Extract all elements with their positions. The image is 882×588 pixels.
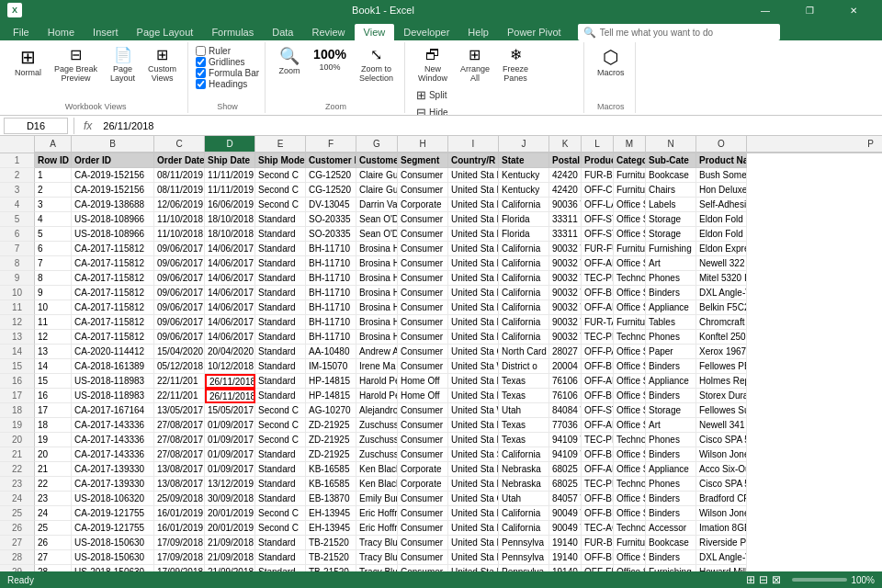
- cell-5-14[interactable]: Eldon Fold 'N Roll Cart System: [696, 212, 747, 227]
- cell-8-6[interactable]: Brosina H: [356, 256, 398, 271]
- cell-8-7[interactable]: Consumer: [398, 256, 448, 271]
- cell-6-6[interactable]: Sean O'D: [356, 227, 398, 242]
- col-header-J[interactable]: J: [499, 136, 549, 153]
- cell-22-3[interactable]: 01/09/2017: [205, 462, 255, 477]
- cell-24-5[interactable]: EB-13870: [306, 492, 356, 506]
- cell-4-9[interactable]: California: [499, 198, 549, 212]
- cell-9-7[interactable]: Consumer: [398, 271, 448, 286]
- page-layout-button[interactable]: 📄 PageLayout: [105, 46, 141, 85]
- cell-22-1[interactable]: CA-2017-139330: [72, 462, 154, 477]
- cell-12-5[interactable]: BH-11710: [306, 315, 356, 330]
- col-header-I[interactable]: I: [448, 136, 499, 153]
- cell-29-1[interactable]: US-2018-150630: [72, 565, 154, 571]
- cell-15-12[interactable]: Office Sup: [614, 359, 646, 374]
- cell-20-14[interactable]: Cisco SPA 501G IP Phone: [696, 433, 747, 447]
- cell-16-6[interactable]: Harold Pe: [356, 374, 398, 389]
- tab-insert[interactable]: Insert: [84, 24, 128, 40]
- header-cell-4[interactable]: Ship Mode: [255, 153, 306, 168]
- header-cell-7[interactable]: Segment: [398, 153, 448, 168]
- cell-7-7[interactable]: Consumer: [398, 242, 448, 256]
- cell-2-2[interactable]: 08/11/2019: [154, 168, 205, 183]
- cell-2-14[interactable]: Bush Somerset Collection Bookcase: [696, 168, 747, 183]
- col-header-H[interactable]: H: [398, 136, 448, 153]
- cell-3-13[interactable]: Chairs: [646, 183, 696, 198]
- cell-2-0[interactable]: 1: [35, 168, 72, 183]
- cell-10-10[interactable]: 90032 West: [549, 286, 582, 300]
- cell-15-8[interactable]: United Sta Washing: [448, 359, 499, 374]
- cell-13-4[interactable]: Standard: [255, 330, 306, 345]
- cell-7-0[interactable]: 6: [35, 242, 72, 256]
- cell-28-4[interactable]: Standard: [255, 550, 306, 565]
- cell-10-5[interactable]: BH-11710: [306, 286, 356, 300]
- cell-24-10[interactable]: 84057 West: [549, 492, 582, 506]
- cell-13-0[interactable]: 12: [35, 330, 72, 345]
- cell-18-4[interactable]: Second C: [255, 403, 306, 418]
- cell-28-10[interactable]: 19140 East: [549, 550, 582, 565]
- cell-8-13[interactable]: Art: [646, 256, 696, 271]
- cell-13-3[interactable]: 14/06/2017: [205, 330, 255, 345]
- cell-4-6[interactable]: Darrin Va: [356, 198, 398, 212]
- cell-14-2[interactable]: 15/04/2020: [154, 345, 205, 359]
- cell-2-6[interactable]: Claire Gu: [356, 168, 398, 183]
- cell-22-11[interactable]: OFF-AP-1: [582, 462, 614, 477]
- cell-28-2[interactable]: 17/09/2018: [154, 550, 205, 565]
- cell-11-4[interactable]: Standard: [255, 300, 306, 315]
- cell-26-14[interactable]: Imation 8GB Mini TravelDrive USB 2.0 Fla…: [696, 521, 747, 536]
- cell-8-3[interactable]: 14/06/2017: [205, 256, 255, 271]
- cell-28-12[interactable]: Office Sup: [614, 550, 646, 565]
- cell-21-14[interactable]: Wilson Jones Hanging View Binder, White,…: [696, 447, 747, 462]
- cell-13-5[interactable]: BH-11710: [306, 330, 356, 345]
- cell-27-2[interactable]: 17/09/2018: [154, 536, 205, 550]
- cell-26-7[interactable]: Consumer: [398, 521, 448, 536]
- cell-19-0[interactable]: 18: [35, 418, 72, 433]
- cell-21-12[interactable]: Office Sup: [614, 447, 646, 462]
- col-header-K[interactable]: K: [549, 136, 582, 153]
- cell-29-14[interactable]: Howard Miller 13-3/4" Diameter Brushed C…: [696, 565, 747, 571]
- cell-27-8[interactable]: United Sta Philadelp: [448, 536, 499, 550]
- cell-29-12[interactable]: Office Sup: [614, 565, 646, 571]
- cell-3-8[interactable]: United Sta Henderson: [448, 183, 499, 198]
- cell-16-10[interactable]: 76106 Central: [549, 374, 582, 389]
- cell-4-2[interactable]: 12/06/2019: [154, 198, 205, 212]
- cell-15-6[interactable]: Irene Ma: [356, 359, 398, 374]
- cell-14-13[interactable]: Paper: [646, 345, 696, 359]
- cell-13-2[interactable]: 09/06/2017: [154, 330, 205, 345]
- cell-18-9[interactable]: Utah: [499, 403, 549, 418]
- cell-17-14[interactable]: Storex DuraTech Recycled Plastic Frosted…: [696, 389, 747, 403]
- cell-9-3[interactable]: 14/06/2017: [205, 271, 255, 286]
- cell-21-10[interactable]: 94109 West: [549, 447, 582, 462]
- cell-29-13[interactable]: Furnishing: [646, 565, 696, 571]
- cell-29-9[interactable]: Pennsylva: [499, 565, 549, 571]
- cell-17-11[interactable]: OFF-BI-10: [582, 389, 614, 403]
- cell-17-4[interactable]: Standard: [255, 389, 306, 403]
- cell-14-4[interactable]: Standard: [255, 345, 306, 359]
- zoom-100-button[interactable]: 100% 100%: [308, 46, 352, 74]
- cell-26-1[interactable]: CA-2019-121755: [72, 521, 154, 536]
- header-cell-13[interactable]: Sub-Cate: [646, 153, 696, 168]
- cell-17-1[interactable]: US-2018-118983: [72, 389, 154, 403]
- cell-4-13[interactable]: Labels: [646, 198, 696, 212]
- cell-9-9[interactable]: California: [499, 271, 549, 286]
- new-window-button[interactable]: 🗗 NewWindow: [413, 46, 453, 85]
- cell-20-3[interactable]: 01/09/2017: [205, 433, 255, 447]
- cell-16-4[interactable]: Standard: [255, 374, 306, 389]
- tab-home[interactable]: Home: [39, 24, 84, 40]
- cell-5-8[interactable]: United Sta Fort Laud: [448, 212, 499, 227]
- cell-12-0[interactable]: 11: [35, 315, 72, 330]
- cell-21-9[interactable]: California: [499, 447, 549, 462]
- cell-15-4[interactable]: Standard: [255, 359, 306, 374]
- minimize-button[interactable]: —: [744, 0, 786, 20]
- cell-29-4[interactable]: Standard: [255, 565, 306, 571]
- cell-2-8[interactable]: United Sta Henderson: [448, 168, 499, 183]
- cell-7-3[interactable]: 14/06/2017: [205, 242, 255, 256]
- cell-2-5[interactable]: CG-12520: [306, 168, 356, 183]
- zoom-button[interactable]: 🔍 Zoom: [273, 46, 306, 77]
- cell-2-1[interactable]: CA-2019-152156: [72, 168, 154, 183]
- cell-20-0[interactable]: 19: [35, 433, 72, 447]
- col-header-G[interactable]: G: [356, 136, 398, 153]
- cell-6-9[interactable]: Florida: [499, 227, 549, 242]
- cell-16-11[interactable]: OFF-AP-1: [582, 374, 614, 389]
- cell-24-1[interactable]: US-2018-106320: [72, 492, 154, 506]
- cell-11-0[interactable]: 10: [35, 300, 72, 315]
- cell-11-9[interactable]: California: [499, 300, 549, 315]
